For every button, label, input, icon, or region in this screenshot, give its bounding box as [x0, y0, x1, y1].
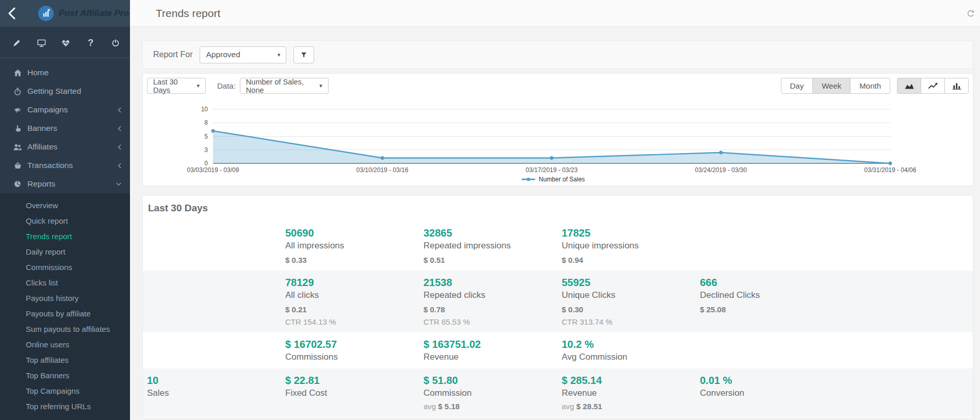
report-for-label: Report For: [153, 50, 192, 59]
report-for-value: Approved: [206, 50, 240, 59]
stat-revenue-total: $ 163751.02 Revenue: [423, 339, 562, 362]
help-icon[interactable]: ?: [85, 37, 96, 48]
caret-down-icon: ▾: [197, 82, 200, 89]
period-day-button[interactable]: Day: [781, 78, 813, 94]
sidebar-item-getting-started[interactable]: Getting Started: [0, 82, 130, 100]
hand-pointer-icon: [12, 124, 23, 132]
sidebar-quick-icons: ?: [0, 27, 130, 58]
line-chart-icon: [927, 81, 939, 90]
svg-text:03/10/2019 - 03/16: 03/10/2019 - 03/16: [356, 166, 409, 174]
sidebar-item-transactions[interactable]: Transactions: [0, 156, 130, 175]
stats-card: Last 30 Days 50690 All impressions $ 0.3…: [142, 195, 973, 418]
sidebar-subitem-payouts-history[interactable]: Payouts history: [0, 290, 130, 306]
sidebar-subitem-commissions[interactable]: Commissions: [0, 259, 130, 275]
sidebar-menu: Home Getting Started Campaigns Banners A…: [0, 60, 130, 193]
pie-chart-icon: [12, 180, 23, 188]
bar-chart-icon: [952, 81, 962, 90]
svg-text:Number of Sales: Number of Sales: [539, 176, 585, 182]
stat-commissions-total: $ 16702.57 Commissions: [285, 339, 423, 362]
stat-avg-commission: 10.2 % Avg Commission: [562, 339, 700, 362]
stat-repeated-clicks: 21538 Repeated clicks $ 0.78 CTR 65.53 %: [423, 277, 562, 326]
period-button-group: Day Week Month: [781, 78, 890, 94]
main-area: Trends report Report For Approved ▾: [130, 0, 980, 420]
bar-chart-button[interactable]: [944, 78, 969, 94]
stat-repeated-impressions: 32865 Repeated impressions $ 0.51: [423, 227, 562, 264]
line-chart-button[interactable]: [921, 78, 945, 94]
app-logo-text: Post Affiliate Pro: [59, 8, 129, 19]
refresh-icon[interactable]: [967, 9, 975, 18]
caret-down-icon: ▾: [319, 82, 322, 89]
basket-icon: [12, 162, 23, 170]
filter-button[interactable]: [293, 46, 314, 63]
sidebar-subitem-sum-payouts[interactable]: Sum payouts to affiliates: [0, 321, 130, 337]
area-chart-button[interactable]: [897, 78, 921, 94]
funnel-icon: [300, 51, 307, 59]
sidebar-item-home[interactable]: Home: [0, 63, 130, 82]
stopwatch-icon: [12, 87, 23, 96]
sidebar-subitem-trends-report[interactable]: Trends report: [0, 228, 130, 244]
chevron-left-icon: [115, 125, 122, 132]
power-icon[interactable]: [110, 37, 121, 48]
sidebar-item-campaigns[interactable]: Campaigns: [0, 100, 130, 119]
trends-area-chart[interactable]: 03581003/03/2019 - 03/0903/10/2019 - 03/…: [147, 99, 969, 182]
data-series-select[interactable]: Number of Sales, None ▾: [240, 78, 329, 94]
trends-chart-card: Last 30 Days ▾ Data: Number of Sales, No…: [142, 73, 973, 186]
stat-sales: 10 Sales: [147, 375, 285, 411]
sidebar-subitem-overview[interactable]: Overview: [0, 197, 130, 213]
sidebar-subitem-quick-report[interactable]: Quick report: [0, 213, 130, 228]
sidebar-subitem-top-banners[interactable]: Top Banners: [0, 367, 130, 383]
sidebar-subitem-online-users[interactable]: Online users: [0, 337, 130, 352]
reports-submenu: Overview Quick report Trends report Dail…: [0, 193, 130, 420]
sidebar-item-banners[interactable]: Banners: [0, 119, 130, 138]
date-range-select[interactable]: Last 30 Days ▾: [147, 78, 206, 94]
collapse-sidebar-icon[interactable]: [7, 7, 17, 20]
stats-row-sales: 10 Sales $ 22.81 Fixed Cost $ 51.80 Comm…: [143, 368, 973, 417]
data-label: Data:: [217, 81, 236, 90]
sidebar-subitem-top-affiliates[interactable]: Top affiliates: [0, 352, 130, 367]
stat-commission-per-sale: $ 51.80 Commission avg $ 5.18: [423, 375, 562, 411]
sidebar-subitem-payouts-by-affiliate[interactable]: Payouts by affiliate: [0, 306, 130, 321]
sidebar-divider: [1, 58, 129, 58]
stat-fixed-cost: $ 22.81 Fixed Cost: [285, 375, 423, 411]
stat-conversion: 0.01 % Conversion: [700, 375, 838, 411]
sidebar-subitem-top-referring-urls[interactable]: Top referring URLs: [0, 398, 130, 414]
stat-unique-clicks: 55925 Unique Clicks $ 0.30 CTR 313.74 %: [562, 277, 700, 326]
chevron-left-icon: [115, 162, 122, 169]
report-for-select[interactable]: Approved ▾: [200, 46, 286, 63]
edit-icon[interactable]: [11, 37, 22, 48]
svg-text:0: 0: [204, 160, 208, 167]
svg-text:5: 5: [204, 133, 208, 140]
sidebar-item-affiliates[interactable]: Affiliates: [0, 138, 130, 156]
svg-text:03/31/2019 - 04/06: 03/31/2019 - 04/06: [864, 166, 917, 174]
area-chart-icon: [904, 81, 915, 90]
sidebar: Post Affiliate Pro ? Home: [0, 0, 130, 420]
app-root: Post Affiliate Pro ? Home: [0, 0, 980, 420]
chevron-left-icon: [115, 144, 122, 150]
chevron-left-icon: [115, 107, 122, 113]
content: Report For Approved ▾ Last 30 Days ▾ Dat…: [130, 27, 980, 420]
svg-text:10: 10: [201, 106, 208, 113]
sidebar-subitem-clicks-list[interactable]: Clicks list: [0, 275, 130, 290]
monitor-icon[interactable]: [36, 37, 47, 48]
stats-row-impressions: 50690 All impressions $ 0.33 32865 Repea…: [143, 221, 973, 271]
stat-unique-impressions: 17825 Unique impressions $ 0.94: [562, 227, 700, 264]
svg-text:03/24/2019 - 03/30: 03/24/2019 - 03/30: [695, 166, 747, 174]
heartbeat-icon[interactable]: [61, 37, 72, 48]
chevron-down-icon: [115, 182, 122, 187]
stats-row-commissions: $ 16702.57 Commissions $ 163751.02 Reven…: [143, 332, 973, 368]
chart-toolbar: Last 30 Days ▾ Data: Number of Sales, No…: [147, 78, 969, 94]
users-icon: [12, 143, 23, 151]
top-header: Trends report: [130, 0, 980, 27]
sidebar-subitem-daily-report[interactable]: Daily report: [0, 244, 130, 259]
period-month-button[interactable]: Month: [850, 78, 890, 94]
sidebar-header: Post Affiliate Pro: [0, 0, 130, 27]
report-filter-card: Report For Approved ▾: [142, 40, 973, 69]
sidebar-item-reports[interactable]: Reports: [0, 175, 130, 193]
stat-revenue-per-sale: $ 285.14 Revenue avg $ 28.51: [562, 375, 700, 411]
period-week-button[interactable]: Week: [812, 78, 851, 94]
svg-text:03/03/2019 - 03/09: 03/03/2019 - 03/09: [187, 166, 239, 174]
svg-text:3: 3: [204, 146, 208, 154]
sidebar-subitem-top-campaigns[interactable]: Top Campaigns: [0, 383, 130, 398]
app-logo-icon: [38, 6, 54, 21]
megaphone-icon: [12, 106, 23, 114]
